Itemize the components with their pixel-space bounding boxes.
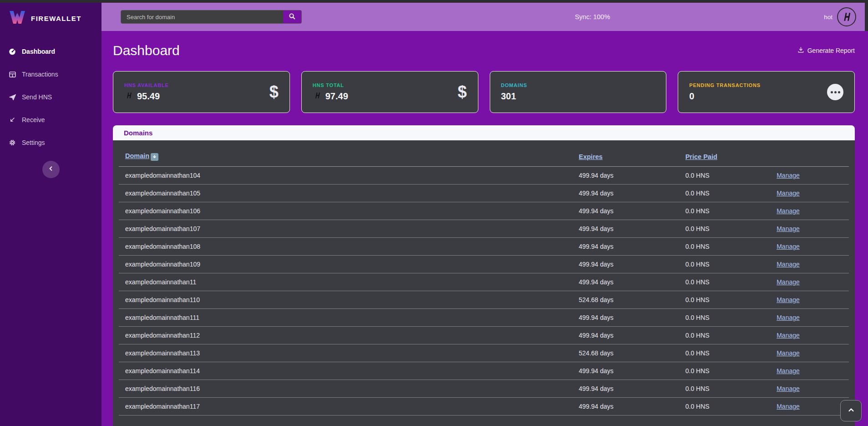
domain-search xyxy=(121,10,302,24)
domains-table: Domain Expires Price Paid exampledomainn… xyxy=(119,140,849,416)
column-header-domain[interactable]: Domain xyxy=(119,140,579,167)
price-cell: 0.0 HNS xyxy=(685,291,777,309)
generate-report-label: Generate Report xyxy=(807,47,855,54)
domain-cell: exampledomainnathan11 xyxy=(119,273,579,291)
search-input[interactable] xyxy=(121,10,283,23)
expires-cell: 499.94 days xyxy=(579,185,685,202)
expires-cell: 499.94 days xyxy=(579,309,685,327)
domain-cell: exampledomainnathan117 xyxy=(119,398,579,416)
domain-cell: exampledomainnathan107 xyxy=(119,220,579,238)
price-cell: 0.0 HNS xyxy=(685,202,777,220)
manage-link[interactable]: Manage xyxy=(777,314,800,321)
firewallet-logo-icon xyxy=(9,10,26,26)
handshake-small-icon xyxy=(124,91,133,102)
gear-icon xyxy=(8,139,16,147)
window-right-strip xyxy=(865,0,868,31)
manage-link[interactable]: Manage xyxy=(777,225,800,232)
manage-link[interactable]: Manage xyxy=(777,243,800,250)
manage-link[interactable]: Manage xyxy=(777,332,800,339)
table-row: exampledomainnathan108 499.94 days 0.0 H… xyxy=(119,238,849,256)
ellipsis-icon[interactable] xyxy=(827,84,843,100)
manage-link[interactable]: Manage xyxy=(777,403,800,410)
table-row: exampledomainnathan114 499.94 days 0.0 H… xyxy=(119,362,849,380)
table-row: exampledomainnathan110 524.68 days 0.0 H… xyxy=(119,291,849,309)
generate-report-button[interactable]: Generate Report xyxy=(797,46,855,55)
manage-link[interactable]: Manage xyxy=(777,190,800,197)
card-value: 0 xyxy=(689,91,694,102)
card-value: 95.49 xyxy=(137,91,160,102)
sidebar-item-label: Receive xyxy=(22,116,45,123)
expires-cell: 499.94 days xyxy=(579,380,685,398)
sidebar-nav: Dashboard Transactions Send HNS Receive … xyxy=(0,40,102,154)
card-label: HNS TOTAL xyxy=(313,82,348,88)
domain-cell: exampledomainnathan114 xyxy=(119,362,579,380)
manage-link[interactable]: Manage xyxy=(777,207,800,215)
table-icon xyxy=(8,70,16,78)
window-top-strip xyxy=(0,0,868,3)
price-cell: 0.0 HNS xyxy=(685,185,777,202)
sidebar-item-settings[interactable]: Settings xyxy=(0,131,102,154)
sidebar-item-dashboard[interactable]: Dashboard xyxy=(0,40,102,63)
card-label: DOMAINS xyxy=(501,82,528,88)
price-cell: 0.0 HNS xyxy=(685,380,777,398)
table-row: exampledomainnathan105 499.94 days 0.0 H… xyxy=(119,185,849,202)
expires-cell: 499.94 days xyxy=(579,202,685,220)
paper-plane-icon xyxy=(8,93,16,101)
sidebar-item-send-hns[interactable]: Send HNS xyxy=(0,86,102,108)
search-icon xyxy=(289,13,296,21)
card-hns-total: HNS TOTAL 97.49 $ xyxy=(301,71,478,113)
expires-cell: 524.68 days xyxy=(579,344,685,362)
price-cell: 0.0 HNS xyxy=(685,273,777,291)
sidebar-collapse-button[interactable] xyxy=(42,161,60,178)
domain-cell: exampledomainnathan113 xyxy=(119,344,579,362)
sync-status: Sync: 100% xyxy=(302,13,824,21)
table-row: exampledomainnathan117 499.94 days 0.0 H… xyxy=(119,398,849,416)
manage-link[interactable]: Manage xyxy=(777,296,800,303)
expires-cell: 499.94 days xyxy=(579,398,685,416)
manage-link[interactable]: Manage xyxy=(777,349,800,357)
sidebar-item-label: Transactions xyxy=(22,71,58,78)
sidebar-item-transactions[interactable]: Transactions xyxy=(0,63,102,86)
wallet-name: hot xyxy=(824,14,832,21)
column-header-expires[interactable]: Expires xyxy=(579,140,685,167)
scroll-to-top-button[interactable] xyxy=(840,400,862,421)
sidebar-item-label: Settings xyxy=(22,139,45,146)
card-value: 301 xyxy=(501,91,516,102)
topbar: Sync: 100% hot xyxy=(102,3,868,31)
expires-cell: 499.94 days xyxy=(579,327,685,344)
stat-cards: HNS AVAILABLE 95.49 $ HNS TOTAL 97.49 xyxy=(113,71,855,113)
expires-cell: 499.94 days xyxy=(579,238,685,256)
domains-panel-title: Domains xyxy=(113,125,855,140)
sidebar-item-receive[interactable]: Receive xyxy=(0,108,102,131)
manage-link[interactable]: Manage xyxy=(777,278,800,286)
search-button[interactable] xyxy=(283,10,301,23)
sidebar: FIREWALLET Dashboard Transactions Send H… xyxy=(0,0,102,426)
domains-panel: Domains Domain Expires Price Paid xyxy=(113,125,855,426)
download-icon xyxy=(797,46,804,55)
main-content: Dashboard Generate Report HNS AVAILABLE … xyxy=(102,31,868,426)
manage-link[interactable]: Manage xyxy=(777,367,800,375)
table-row: exampledomainnathan106 499.94 days 0.0 H… xyxy=(119,202,849,220)
manage-link[interactable]: Manage xyxy=(777,261,800,268)
manage-link[interactable]: Manage xyxy=(777,172,800,179)
handshake-logo-button[interactable] xyxy=(837,7,856,26)
arrow-down-left-icon xyxy=(8,116,16,124)
expires-cell: 524.68 days xyxy=(579,291,685,309)
wallet-switcher: hot xyxy=(824,7,856,26)
table-row: exampledomainnathan109 499.94 days 0.0 H… xyxy=(119,256,849,273)
manage-link[interactable]: Manage xyxy=(777,385,800,392)
table-row: exampledomainnathan113 524.68 days 0.0 H… xyxy=(119,344,849,362)
expires-cell: 499.94 days xyxy=(579,362,685,380)
card-domains: DOMAINS 301 xyxy=(490,71,667,113)
price-cell: 0.0 HNS xyxy=(685,327,777,344)
card-pending-transactions: PENDING TRANSACTIONS 0 xyxy=(678,71,855,113)
domain-cell: exampledomainnathan116 xyxy=(119,380,579,398)
chevron-left-icon xyxy=(48,165,54,174)
expires-cell: 499.94 days xyxy=(579,256,685,273)
brand[interactable]: FIREWALLET xyxy=(0,0,102,34)
table-row: exampledomainnathan111 499.94 days 0.0 H… xyxy=(119,309,849,327)
sidebar-item-label: Dashboard xyxy=(22,48,55,55)
column-header-price-paid[interactable]: Price Paid xyxy=(685,140,777,167)
chevron-up-icon xyxy=(848,406,855,416)
domain-cell: exampledomainnathan111 xyxy=(119,309,579,327)
